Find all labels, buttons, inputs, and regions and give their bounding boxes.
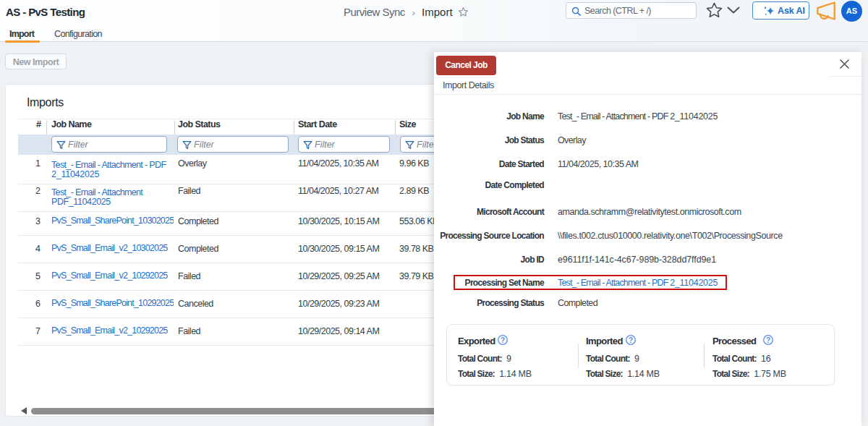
svg-text:?: ? bbox=[501, 336, 505, 344]
svg-text:?: ? bbox=[629, 336, 633, 344]
svg-text:?: ? bbox=[766, 336, 770, 344]
